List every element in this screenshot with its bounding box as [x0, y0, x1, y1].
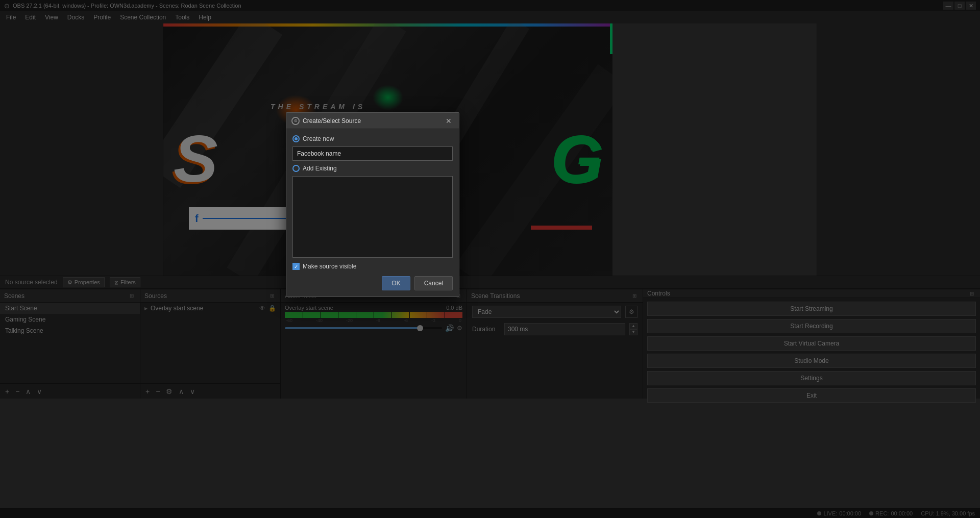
modal-cancel-button[interactable]: Cancel [414, 276, 453, 290]
modal-close-button[interactable]: ✕ [444, 116, 454, 126]
modal-overlay: ⊙ Create/Select Source ✕ Create new Add … [0, 0, 980, 518]
make-visible-row: Make source visible [292, 263, 453, 270]
modal-button-row: OK Cancel [292, 276, 453, 290]
modal-ok-button[interactable]: OK [382, 276, 410, 290]
add-existing-label: Add Existing [303, 165, 337, 172]
modal-titlebar: ⊙ Create/Select Source ✕ [286, 113, 459, 129]
source-name-input[interactable] [292, 146, 453, 161]
create-new-label: Create new [303, 135, 334, 142]
make-visible-label: Make source visible [303, 263, 356, 270]
modal-body: Create new Add Existing Make source visi… [286, 129, 459, 297]
source-listbox[interactable] [292, 176, 453, 258]
add-existing-radio-row: Add Existing [292, 165, 453, 172]
modal-title-left: ⊙ Create/Select Source [291, 117, 361, 125]
add-existing-radio[interactable] [292, 165, 300, 172]
create-new-radio-row: Create new [292, 135, 453, 142]
modal-obs-icon: ⊙ [291, 117, 300, 125]
modal-title: Create/Select Source [303, 117, 361, 125]
make-visible-checkbox[interactable] [292, 263, 300, 270]
create-source-modal: ⊙ Create/Select Source ✕ Create new Add … [286, 112, 459, 297]
create-new-radio[interactable] [292, 135, 300, 142]
